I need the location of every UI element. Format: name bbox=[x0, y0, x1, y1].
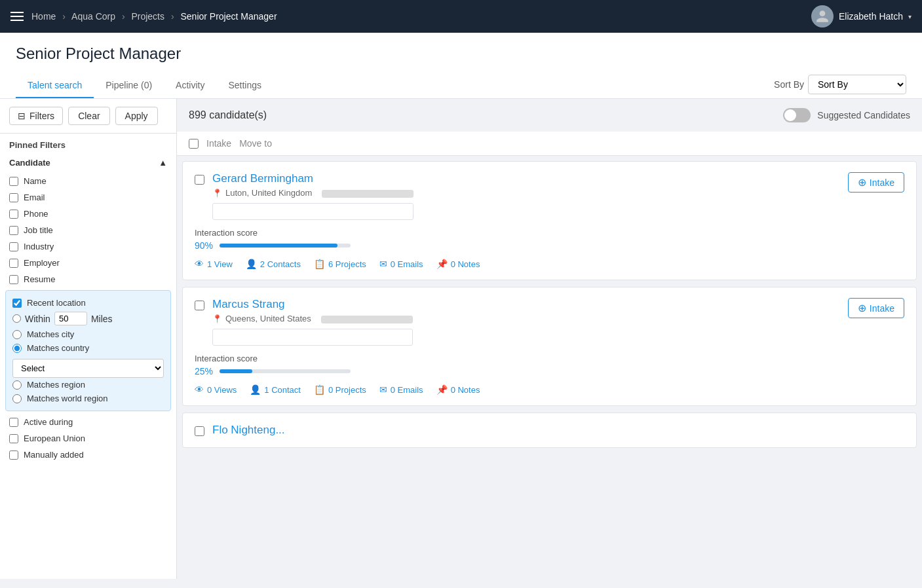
candidate-card: Flo Nighteng... bbox=[182, 413, 917, 448]
filter-job-title[interactable]: Job title bbox=[0, 222, 176, 238]
filter-name[interactable]: Name bbox=[0, 173, 176, 189]
page-header: Senior Project Manager Talent search Pip… bbox=[0, 33, 922, 99]
sidebar: ⊟ Filters Clear Apply Pinned Filters Can… bbox=[0, 99, 177, 579]
stat-views[interactable]: 👁 1 View bbox=[195, 259, 233, 269]
score-bar-background bbox=[220, 244, 351, 248]
candidate-name[interactable]: Marcus Strang bbox=[212, 298, 413, 311]
candidate-name[interactable]: Gerard Bermingham bbox=[212, 172, 413, 185]
apply-button[interactable]: Apply bbox=[115, 107, 158, 125]
filter-european-union[interactable]: European Union bbox=[0, 430, 176, 447]
matches-world-region-option[interactable]: Matches world region bbox=[12, 392, 164, 405]
projects-icon: 📋 bbox=[314, 259, 325, 269]
email-blurred bbox=[322, 190, 413, 198]
candidate-name[interactable]: Flo Nighteng... bbox=[212, 424, 285, 437]
within-radio[interactable] bbox=[12, 314, 21, 323]
filter-recent-location[interactable]: Recent location bbox=[12, 296, 164, 310]
toggle-knob bbox=[784, 109, 796, 121]
projects-icon: 📋 bbox=[314, 384, 325, 395]
filter-phone[interactable]: Phone bbox=[0, 206, 176, 222]
tab-talent-search[interactable]: Talent search bbox=[16, 73, 94, 98]
country-select[interactable]: Select United States United Kingdom Cana… bbox=[12, 359, 164, 378]
card-checkbox[interactable] bbox=[195, 426, 204, 436]
suggested-candidates-toggle[interactable] bbox=[783, 108, 811, 122]
filter-active-during[interactable]: Active during bbox=[0, 414, 176, 430]
location-pin-icon: 📍 bbox=[212, 189, 222, 198]
within-miles-input[interactable] bbox=[54, 312, 87, 325]
sort-by-select[interactable]: Sort By Name Score Date bbox=[808, 75, 906, 94]
filter-industry[interactable]: Industry bbox=[0, 238, 176, 255]
breadcrumb: Home › Aqua Corp › Projects › Senior Pro… bbox=[31, 11, 277, 22]
filters-button[interactable]: ⊟ Filters bbox=[9, 107, 63, 125]
filter-phone-checkbox[interactable] bbox=[9, 210, 18, 219]
contacts-icon: 👤 bbox=[246, 259, 257, 269]
card-checkbox[interactable] bbox=[195, 301, 204, 310]
user-menu[interactable]: Elizabeth Hatch ▾ bbox=[811, 5, 912, 28]
candidate-list: Gerard Bermingham 📍 Luton, United Kingdo… bbox=[177, 161, 922, 448]
candidate-info: Gerard Bermingham 📍 Luton, United Kingdo… bbox=[212, 172, 413, 220]
stat-projects[interactable]: 📋 0 Projects bbox=[314, 384, 366, 395]
stat-views[interactable]: 👁 0 Views bbox=[195, 384, 237, 395]
stat-emails[interactable]: ✉ 0 Emails bbox=[379, 384, 423, 395]
matches-city-radio[interactable] bbox=[12, 330, 22, 339]
interaction-label: Interaction score bbox=[195, 354, 904, 363]
select-all-checkbox[interactable] bbox=[189, 139, 199, 149]
filter-active-during-checkbox[interactable] bbox=[9, 418, 18, 427]
score-bar-fill bbox=[220, 244, 337, 248]
candidate-info: Marcus Strang 📍 Queens, United States bbox=[212, 298, 413, 346]
score-row: 90% bbox=[195, 240, 904, 251]
recent-location-section: Recent location Within Miles Matches cit… bbox=[5, 290, 171, 411]
intake-button[interactable]: ⊕ Intake bbox=[848, 298, 904, 318]
filter-industry-checkbox[interactable] bbox=[9, 242, 18, 251]
filter-name-checkbox[interactable] bbox=[9, 177, 18, 186]
filter-job-title-checkbox[interactable] bbox=[9, 226, 18, 235]
matches-city-option[interactable]: Matches city bbox=[12, 327, 164, 341]
emails-icon: ✉ bbox=[379, 384, 387, 395]
matches-world-region-radio[interactable] bbox=[12, 394, 22, 403]
filter-recent-location-checkbox[interactable] bbox=[12, 299, 22, 308]
filter-manually-added-checkbox[interactable] bbox=[9, 450, 18, 460]
interaction-section: Interaction score 90% bbox=[195, 228, 904, 251]
filter-email[interactable]: Email bbox=[0, 189, 176, 206]
matches-region-option[interactable]: Matches region bbox=[12, 378, 164, 392]
tab-pipeline[interactable]: Pipeline (0) bbox=[94, 73, 164, 98]
filter-european-union-checkbox[interactable] bbox=[9, 434, 18, 443]
filter-resume[interactable]: Resume bbox=[0, 271, 176, 287]
stat-contacts[interactable]: 👤 2 Contacts bbox=[246, 259, 301, 269]
filter-icon: ⊟ bbox=[18, 111, 26, 121]
matches-country-radio[interactable] bbox=[12, 344, 22, 353]
intake-button[interactable]: ⊕ Intake bbox=[848, 172, 904, 193]
card-header: Marcus Strang 📍 Queens, United States ⊕ … bbox=[195, 298, 904, 346]
intake-link[interactable]: Intake bbox=[206, 138, 231, 149]
filter-employer-checkbox[interactable] bbox=[9, 259, 18, 268]
card-left: Gerard Bermingham 📍 Luton, United Kingdo… bbox=[195, 172, 848, 220]
menu-icon[interactable] bbox=[10, 12, 24, 21]
stat-projects[interactable]: 📋 6 Projects bbox=[314, 259, 366, 269]
collapse-icon: ▲ bbox=[159, 158, 167, 168]
tag-box[interactable] bbox=[212, 203, 413, 220]
stat-contacts[interactable]: 👤 1 Contact bbox=[250, 384, 301, 395]
matches-region-radio[interactable] bbox=[12, 380, 22, 390]
filter-manually-added[interactable]: Manually added bbox=[0, 447, 176, 463]
user-menu-chevron: ▾ bbox=[908, 13, 912, 20]
pinned-filters-header: Pinned Filters bbox=[0, 134, 176, 153]
candidate-section-header[interactable]: Candidate ▲ bbox=[0, 153, 176, 173]
stat-notes[interactable]: 📌 0 Notes bbox=[436, 384, 480, 395]
stat-notes[interactable]: 📌 0 Notes bbox=[436, 259, 480, 269]
tab-activity[interactable]: Activity bbox=[164, 73, 216, 98]
filter-email-checkbox[interactable] bbox=[9, 193, 18, 202]
tag-box[interactable] bbox=[212, 329, 413, 346]
interaction-section: Interaction score 25% bbox=[195, 354, 904, 377]
clear-button[interactable]: Clear bbox=[68, 107, 109, 125]
move-to-link[interactable]: Move to bbox=[239, 138, 272, 149]
tab-settings[interactable]: Settings bbox=[216, 73, 273, 98]
matches-country-option[interactable]: Matches country bbox=[12, 341, 164, 355]
filter-employer[interactable]: Employer bbox=[0, 255, 176, 271]
card-left: Flo Nighteng... bbox=[195, 424, 904, 437]
stat-emails[interactable]: ✉ 0 Emails bbox=[379, 259, 423, 269]
views-icon: 👁 bbox=[195, 259, 204, 269]
email-blurred bbox=[321, 316, 413, 323]
card-checkbox[interactable] bbox=[195, 175, 204, 185]
suggested-candidates-label: Suggested Candidates bbox=[817, 110, 910, 120]
contacts-icon: 👤 bbox=[250, 384, 261, 395]
filter-resume-checkbox[interactable] bbox=[9, 275, 18, 284]
